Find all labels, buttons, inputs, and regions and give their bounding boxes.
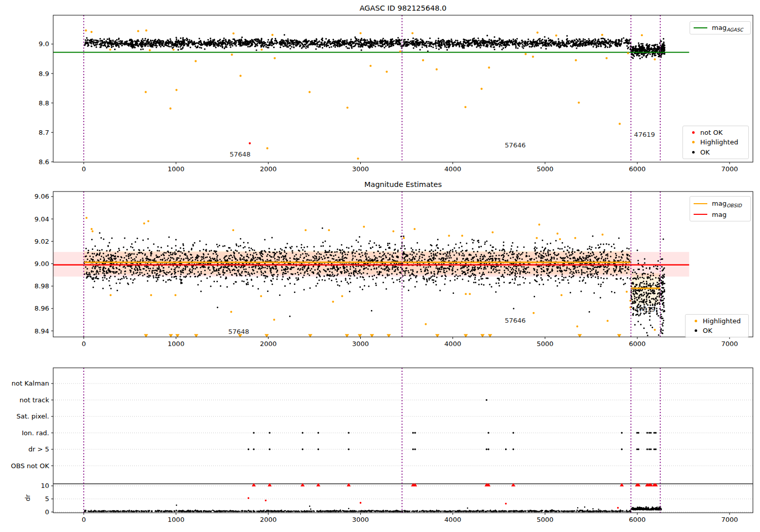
y-tick-label: 9.00 bbox=[34, 260, 49, 268]
annotation-57646: 57646 bbox=[505, 141, 525, 149]
axes-frame bbox=[53, 15, 753, 162]
legend-item: magAGASC bbox=[694, 24, 747, 32]
x-tick-label: 6000 bbox=[629, 340, 645, 348]
legend-label: not OK bbox=[700, 129, 723, 136]
legend-item: Highlighted bbox=[689, 317, 745, 325]
legend-dot-sample bbox=[695, 329, 697, 332]
annotation-57648: 57648 bbox=[229, 328, 249, 335]
x-tick-label: 2000 bbox=[260, 340, 277, 348]
legend-dot-sample bbox=[692, 151, 695, 154]
legend-label: magOBSID bbox=[712, 200, 742, 208]
legend-item: OK bbox=[687, 148, 745, 156]
chart2-title: Magnitude Estimates bbox=[53, 180, 753, 188]
legend-label: OK bbox=[700, 148, 710, 156]
x-tick-label: 4000 bbox=[444, 340, 461, 348]
x-tick-label: 0 bbox=[82, 165, 86, 173]
x-tick-label: 7000 bbox=[721, 516, 738, 523]
legend-label: Highlighted bbox=[703, 317, 741, 325]
x-tick-label: 1000 bbox=[168, 165, 184, 173]
x-tick-label: 2000 bbox=[260, 516, 277, 523]
annotation-47619: 47619 bbox=[634, 306, 655, 313]
x-tick-label: 6000 bbox=[629, 516, 645, 523]
y-tick-label: 9.06 bbox=[34, 193, 49, 200]
x-tick-label: 2000 bbox=[260, 165, 277, 173]
x-tick-label: 5000 bbox=[537, 340, 553, 348]
legend-item: not OK bbox=[687, 129, 745, 136]
legend-dot-sample bbox=[692, 131, 695, 134]
legend-line-sample bbox=[694, 214, 707, 215]
ok-points bbox=[84, 227, 666, 336]
y-tick-label: 8.98 bbox=[34, 282, 49, 290]
highlighted-points bbox=[85, 29, 656, 160]
legend-line-sample bbox=[694, 203, 707, 204]
legend-item: OK bbox=[689, 327, 745, 334]
dr-red-points bbox=[248, 497, 619, 509]
annotation-57648: 57648 bbox=[230, 150, 250, 158]
dr-tick-label: 10 bbox=[41, 482, 49, 489]
flag-points bbox=[248, 399, 657, 450]
x-tick-label: 3000 bbox=[352, 516, 369, 523]
dr-axis-label: dr bbox=[24, 495, 31, 502]
legend-item: Highlighted bbox=[687, 138, 745, 146]
legend-item: magOBSID bbox=[694, 200, 747, 208]
legend-label: magAGASC bbox=[712, 24, 743, 32]
annotation-57646: 57646 bbox=[505, 317, 525, 324]
y-tick-label: 9.04 bbox=[34, 215, 49, 223]
x-tick-label: 5000 bbox=[537, 165, 553, 173]
dr-tick-label: 0 bbox=[45, 508, 49, 516]
legend-dot-sample bbox=[692, 141, 695, 143]
legend-label: mag bbox=[712, 211, 727, 218]
x-tick-label: 4000 bbox=[444, 165, 461, 173]
charts-canvas: 5764857646476190100020003000400050006000… bbox=[0, 0, 760, 532]
y-tick-label: 8.6 bbox=[39, 158, 49, 166]
y-tick-label: 9.02 bbox=[34, 238, 49, 245]
chart1-title: AGASC ID 982125648.0 bbox=[53, 4, 753, 12]
x-tick-label: 0 bbox=[82, 340, 86, 348]
legend-mag-agasc: magAGASC bbox=[690, 21, 751, 34]
x-tick-label: 4000 bbox=[444, 516, 461, 523]
x-tick-label: 1000 bbox=[168, 516, 184, 523]
legend-point-types: not OK Highlighted OK bbox=[682, 126, 749, 159]
axes-frame bbox=[53, 368, 753, 513]
x-tick-label: 6000 bbox=[629, 165, 645, 173]
y-tick-label: 8.7 bbox=[39, 129, 49, 136]
y-tick-label: 8.9 bbox=[39, 70, 49, 78]
legend-dot-sample bbox=[695, 320, 697, 322]
x-tick-label: 1000 bbox=[168, 340, 184, 348]
row-label-0: not Kalman bbox=[12, 379, 49, 387]
x-tick-label: 5000 bbox=[537, 516, 553, 523]
dr-points bbox=[84, 505, 662, 512]
x-tick-label: 0 bbox=[82, 516, 86, 523]
legend-mag-lines: magOBSID mag bbox=[690, 196, 751, 221]
y-tick-label: 8.94 bbox=[34, 327, 49, 335]
legend-label: OK bbox=[703, 327, 712, 334]
legend-label: Highlighted bbox=[700, 138, 738, 146]
not-ok-points bbox=[249, 142, 251, 144]
y-tick-label: 8.96 bbox=[34, 305, 49, 312]
dr-tick-label: 5 bbox=[45, 495, 49, 503]
x-tick-label: 3000 bbox=[352, 165, 369, 173]
legend-point-types-2: Highlighted OK bbox=[685, 314, 749, 337]
row-label-4: dr > 5 bbox=[28, 445, 49, 453]
row-label-2: Sat. pixel. bbox=[17, 412, 49, 420]
row-label-3: Ion. rad. bbox=[22, 429, 49, 437]
y-tick-label: 8.8 bbox=[39, 99, 49, 107]
row-label-5: OBS not OK bbox=[11, 462, 50, 470]
ok-points bbox=[84, 34, 666, 59]
annotation-47619: 47619 bbox=[634, 131, 655, 138]
figure: 5764857646476190100020003000400050006000… bbox=[0, 0, 760, 532]
legend-item: mag bbox=[694, 211, 747, 218]
x-tick-label: 7000 bbox=[721, 165, 738, 173]
x-tick-label: 7000 bbox=[721, 340, 738, 348]
row-label-1: not track bbox=[19, 396, 49, 404]
y-tick-label: 9.0 bbox=[39, 40, 49, 48]
x-tick-label: 3000 bbox=[352, 340, 369, 348]
legend-line-sample bbox=[694, 27, 707, 28]
